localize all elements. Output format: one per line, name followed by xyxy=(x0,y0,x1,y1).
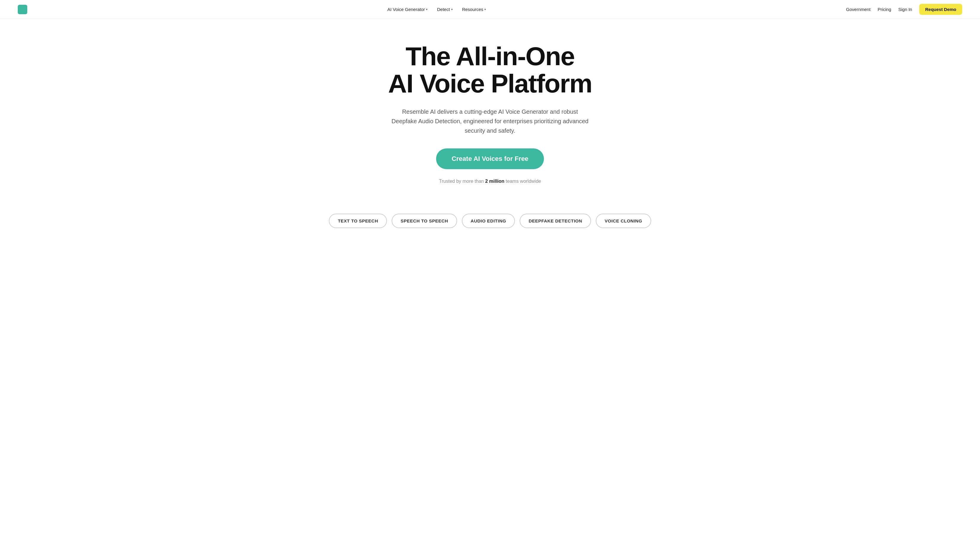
trusted-suffix: teams worldwide xyxy=(504,179,541,184)
nav-label-ai-voice-generator: AI Voice Generator xyxy=(388,7,425,12)
nav-item-detect[interactable]: Detect ▾ xyxy=(437,7,452,12)
nav-label-detect: Detect xyxy=(437,7,450,12)
trusted-text: Trusted by more than 2 million teams wor… xyxy=(439,179,541,184)
hero-title: The All-in-One AI Voice Platform xyxy=(388,43,592,97)
create-voices-button[interactable]: Create AI Voices for Free xyxy=(436,148,544,169)
nav-item-ai-voice-generator[interactable]: AI Voice Generator ▾ xyxy=(388,7,428,12)
hero-title-line2: AI Voice Platform xyxy=(388,69,592,98)
hero-title-line1: The All-in-One xyxy=(406,41,574,71)
tab-audio-editing[interactable]: AUDIO EDITING xyxy=(462,213,515,228)
tab-deepfake-detection[interactable]: DEEPFAKE DETECTION xyxy=(520,213,591,228)
nav-link-government[interactable]: Government xyxy=(846,7,871,12)
hero-subtitle: Resemble AI delivers a cutting-edge AI V… xyxy=(389,107,591,135)
nav-left xyxy=(18,5,27,14)
tab-speech-to-speech[interactable]: SPEECH TO SPEECH xyxy=(391,213,457,228)
request-demo-button[interactable]: Request Demo xyxy=(919,4,962,15)
nav-link-sign-in[interactable]: Sign In xyxy=(898,7,912,12)
chevron-down-icon: ▾ xyxy=(451,8,453,11)
tab-voice-cloning[interactable]: VOICE CLONING xyxy=(596,213,651,228)
hero-section: The All-in-One AI Voice Platform Resembl… xyxy=(0,19,980,202)
nav-logo[interactable] xyxy=(18,5,27,14)
trusted-bold: 2 million xyxy=(485,179,504,184)
logo-mark xyxy=(18,5,27,14)
feature-tabs: TEXT TO SPEECH SPEECH TO SPEECH AUDIO ED… xyxy=(0,202,980,246)
tab-text-to-speech[interactable]: TEXT TO SPEECH xyxy=(329,213,387,228)
trusted-prefix: Trusted by more than xyxy=(439,179,485,184)
nav-label-resources: Resources xyxy=(462,7,484,12)
nav-center: AI Voice Generator ▾ Detect ▾ Resources … xyxy=(388,7,486,12)
nav-right: Government Pricing Sign In Request Demo xyxy=(846,4,962,15)
chevron-down-icon: ▾ xyxy=(484,8,486,11)
nav-item-resources[interactable]: Resources ▾ xyxy=(462,7,486,12)
chevron-down-icon: ▾ xyxy=(426,8,428,11)
nav-link-pricing[interactable]: Pricing xyxy=(878,7,891,12)
navbar: AI Voice Generator ▾ Detect ▾ Resources … xyxy=(0,0,980,19)
